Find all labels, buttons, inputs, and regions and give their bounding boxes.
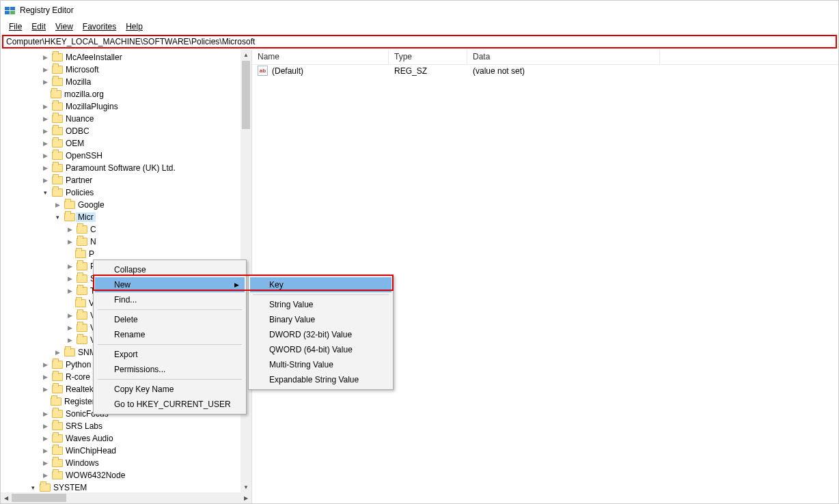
tree-item[interactable]: ▶Waves Audio [1, 432, 251, 445]
context-menu-item[interactable]: Export [95, 347, 245, 362]
column-type[interactable]: Type [389, 50, 467, 64]
scrollbar-h-thumb[interactable] [12, 494, 66, 502]
context-menu-item[interactable]: QWORD (64-bit) Value [250, 342, 391, 357]
chevron-right-icon[interactable]: ▶ [65, 225, 74, 234]
chevron-right-icon[interactable]: ▶ [65, 311, 74, 320]
scrollbar-thumb[interactable] [242, 61, 250, 129]
context-menu-item[interactable]: New▶ [95, 277, 245, 292]
chevron-right-icon[interactable]: ▶ [40, 151, 50, 160]
chevron-right-icon[interactable]: ▶ [65, 237, 74, 247]
menu-favorites[interactable]: Favorites [79, 20, 120, 33]
tree-item[interactable]: ▶N [1, 236, 251, 248]
chevron-right-icon[interactable]: ▶ [40, 53, 50, 62]
tree-item[interactable]: ▶Microsoft [1, 64, 251, 76]
scroll-up-icon[interactable]: ▲ [240, 50, 251, 61]
context-menu-item[interactable]: Go to HKEY_CURRENT_USER [95, 397, 245, 412]
menu-file[interactable]: File [5, 20, 26, 33]
chevron-right-icon[interactable]: ▶ [40, 421, 50, 431]
chevron-right-icon[interactable]: ▶ [40, 372, 50, 382]
chevron-right-icon[interactable]: ▶ [40, 139, 50, 148]
chevron-right-icon[interactable]: ▶ [40, 409, 50, 419]
tree-scrollbar-horizontal[interactable]: ◀ ▶ [1, 492, 251, 503]
context-menu-item[interactable]: Expandable String Value [250, 372, 391, 387]
context-menu-item[interactable]: Find... [95, 292, 245, 307]
context-menu-item[interactable]: String Value [250, 297, 391, 312]
tree-item[interactable]: ▾Policies [1, 186, 251, 199]
tree-item[interactable]: mozilla.org [1, 88, 251, 100]
chevron-right-icon[interactable]: ▶ [40, 458, 50, 468]
menu-separator [98, 379, 242, 380]
scrollbar-h-track[interactable] [12, 492, 240, 503]
chevron-right-icon[interactable]: ▶ [65, 274, 74, 283]
folder-icon [64, 347, 76, 358]
tree-item[interactable]: ▶C [1, 223, 251, 236]
scroll-right-icon[interactable]: ▶ [240, 492, 251, 503]
tree-item-label: P [87, 249, 96, 259]
chevron-right-icon[interactable]: ▶ [40, 114, 50, 124]
chevron-right-icon[interactable]: ▶ [65, 286, 74, 296]
chevron-right-icon[interactable]: ▶ [65, 323, 74, 333]
context-menu-label: String Value [269, 300, 313, 309]
chevron-down-icon[interactable]: ▾ [28, 483, 38, 492]
tree-item[interactable]: ▶MozillaPlugins [1, 100, 251, 113]
context-menu[interactable]: CollapseNew▶Find...DeleteRenameExportPer… [93, 260, 247, 415]
column-name[interactable]: Name [252, 50, 389, 64]
tree-item-label: Windows [64, 458, 101, 468]
tree-item[interactable]: P [1, 248, 251, 260]
chevron-right-icon[interactable]: ▶ [40, 360, 50, 369]
context-menu-item[interactable]: Multi-String Value [250, 357, 391, 372]
context-menu-item[interactable]: Delete [95, 312, 245, 327]
tree-item[interactable]: ▶WOW6432Node [1, 469, 251, 481]
menu-help[interactable]: Help [122, 20, 147, 33]
address-bar[interactable] [2, 35, 837, 48]
chevron-right-icon[interactable]: ▶ [40, 77, 50, 87]
context-menu-item[interactable]: Binary Value [250, 312, 391, 327]
context-menu-item[interactable]: Collapse [95, 262, 245, 277]
tree-item[interactable]: ▶OpenSSH [1, 150, 251, 162]
context-menu-item[interactable]: Copy Key Name [95, 382, 245, 397]
menu-edit[interactable]: Edit [27, 20, 50, 33]
scroll-down-icon[interactable]: ▼ [240, 481, 251, 492]
context-menu-item[interactable]: Rename [95, 327, 245, 342]
chevron-right-icon[interactable]: ▶ [40, 434, 50, 443]
tree-item[interactable]: ▶Windows [1, 457, 251, 469]
tree-item[interactable]: ▾Micr [1, 211, 251, 223]
chevron-right-icon[interactable]: ▶ [40, 384, 50, 394]
chevron-right-icon[interactable]: ▶ [40, 471, 50, 480]
tree-item[interactable]: ▶Mozilla [1, 76, 251, 88]
tree-item-label: Realtek [64, 384, 96, 394]
tree-item[interactable]: ▶McAfeeInstaller [1, 51, 251, 64]
context-menu-item[interactable]: Key [250, 277, 391, 292]
tree-item[interactable]: ▶Partner [1, 174, 251, 186]
menu-view[interactable]: View [51, 20, 77, 33]
values-list[interactable]: ab(Default)REG_SZ(value not set) [252, 65, 838, 77]
context-menu-item[interactable]: Permissions... [95, 362, 245, 377]
chevron-down-icon[interactable]: ▾ [53, 212, 62, 222]
chevron-right-icon[interactable]: ▶ [40, 126, 50, 136]
chevron-right-icon[interactable]: ▶ [65, 335, 74, 345]
regedit-app-icon [5, 5, 16, 16]
tree-item[interactable]: ▶Paramount Software (UK) Ltd. [1, 162, 251, 174]
scroll-left-icon[interactable]: ◀ [1, 492, 12, 503]
chevron-right-icon[interactable]: ▶ [40, 102, 50, 111]
chevron-right-icon[interactable]: ▶ [53, 200, 62, 210]
tree-item[interactable]: ▶Google [1, 199, 251, 211]
chevron-right-icon[interactable]: ▶ [40, 176, 50, 185]
chevron-down-icon[interactable]: ▾ [40, 188, 50, 197]
chevron-right-icon[interactable]: ▶ [40, 446, 50, 456]
tree-item[interactable]: ▶SRS Labs [1, 420, 251, 432]
tree-item[interactable]: ▶OEM [1, 137, 251, 150]
chevron-right-icon[interactable]: ▶ [40, 65, 50, 74]
context-submenu-new[interactable]: KeyString ValueBinary ValueDWORD (32-bit… [248, 275, 394, 390]
column-data[interactable]: Data [467, 50, 660, 64]
tree-item[interactable]: ▶WinChipHead [1, 445, 251, 457]
tree-item[interactable]: ▶ODBC [1, 125, 251, 137]
chevron-right-icon[interactable]: ▶ [53, 348, 62, 357]
chevron-right-icon[interactable]: ▶ [40, 163, 50, 173]
context-menu-item[interactable]: DWORD (32-bit) Value [250, 327, 391, 342]
tree-item[interactable]: ▾SYSTEM [1, 481, 251, 492]
chevron-right-icon[interactable]: ▶ [65, 262, 74, 271]
menu-bar: File Edit View Favorites Help [1, 20, 838, 33]
tree-item[interactable]: ▶Nuance [1, 113, 251, 125]
value-row[interactable]: ab(Default)REG_SZ(value not set) [252, 65, 838, 77]
